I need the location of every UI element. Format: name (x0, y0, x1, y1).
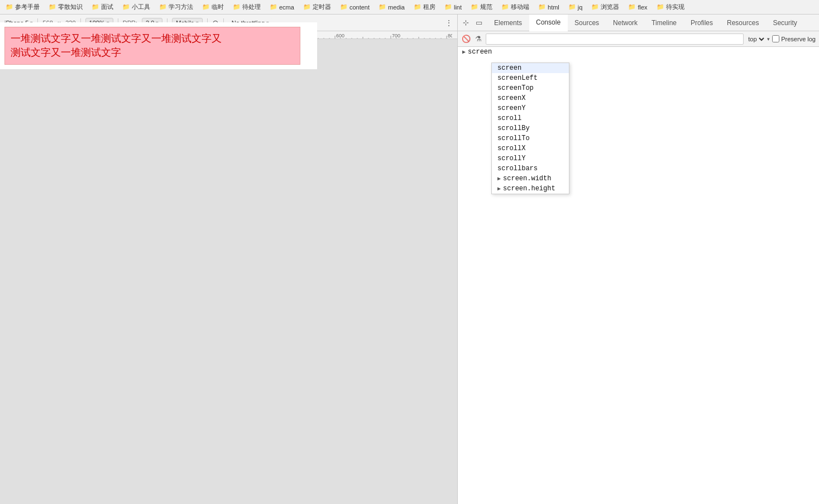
autocomplete-item[interactable]: scrollY (492, 153, 569, 164)
clear-console-button[interactable]: 🚫 (461, 34, 471, 44)
main-layout: iPhone 5 ▾ 568 × 320 100% ▾ DPR: 2.0 ▾ M… (0, 15, 819, 504)
bookmark-item[interactable]: 📁定时器 (300, 2, 334, 12)
bookmark-label: flex (638, 4, 647, 11)
folder-icon: 📁 (568, 3, 576, 11)
bookmark-item[interactable]: 📁规范 (467, 2, 496, 12)
inspect-icon[interactable]: ⊹ (460, 17, 472, 28)
bookmark-label: jq (578, 4, 583, 11)
console-screen-row[interactable]: ▶ screen (458, 47, 819, 57)
folder-icon: 📁 (202, 3, 210, 11)
bookmark-item[interactable]: 📁media (375, 2, 408, 12)
folder-icon: 📁 (591, 3, 599, 11)
autocomplete-item[interactable]: ▶screen.height (492, 184, 569, 194)
tree-triangle-icon[interactable]: ▶ (462, 49, 466, 55)
autocomplete-item[interactable]: screenY (492, 103, 569, 113)
preserve-log-checkbox[interactable] (772, 35, 779, 42)
autocomplete-item[interactable]: screen (492, 63, 569, 73)
bookmark-item[interactable]: 📁lint (441, 2, 465, 12)
tab-sources[interactable]: Sources (568, 15, 606, 31)
bookmark-label: 定时器 (313, 3, 331, 11)
autocomplete-text: scrollY (497, 155, 525, 162)
autocomplete-text: screen.height (503, 185, 555, 193)
bookmark-item[interactable]: 📁待实现 (653, 2, 688, 12)
autocomplete-text: scrollX (497, 145, 525, 152)
autocomplete-item[interactable]: scrollX (492, 143, 569, 153)
bookmark-label: ecma (279, 4, 294, 11)
console-filter-input-wrapper (486, 33, 744, 45)
autocomplete-text: screenY (497, 104, 525, 112)
folder-icon: 📁 (628, 3, 636, 11)
console-body[interactable]: ▶ screen screenscreenLeftscreenTopscreen… (458, 47, 819, 504)
bookmark-item[interactable]: 📁参考手册 (2, 2, 43, 12)
bookmark-label: 临时 (212, 3, 224, 11)
phone-screen: 一堆测试文字又一堆测试文字又一堆测试文字又 测试文字又一堆测试文字 (0, 22, 317, 69)
tab-console[interactable]: Console (529, 15, 568, 31)
folder-icon: 📁 (414, 3, 422, 11)
bookmarks-bar: 📁参考手册📁零散知识📁面试📁小工具📁学习方法📁临时📁待处理📁ecma📁定时器📁c… (0, 0, 819, 15)
device-mode-icon[interactable]: ▭ (473, 17, 485, 28)
folder-icon: 📁 (92, 3, 99, 11)
autocomplete-item[interactable]: screenX (492, 93, 569, 103)
autocomplete-item[interactable]: scrollbars (492, 164, 569, 174)
autocomplete-item[interactable]: scrollTo (492, 133, 569, 143)
bookmark-label: 待处理 (242, 3, 261, 11)
autocomplete-text: screenLeft (497, 74, 538, 82)
bookmark-item[interactable]: 📁面试 (88, 2, 117, 12)
autocomplete-text: scroll (497, 114, 521, 122)
filter-console-button[interactable]: ⚗ (473, 34, 483, 44)
bookmark-item[interactable]: 📁html (535, 2, 563, 12)
tab-resources[interactable]: Resources (720, 15, 766, 31)
context-select[interactable]: top (746, 35, 766, 43)
tab-network[interactable]: Network (606, 15, 645, 31)
folder-icon: 📁 (49, 3, 56, 11)
bookmark-item[interactable]: 📁ecma (266, 2, 298, 12)
folder-icon: 📁 (538, 3, 546, 11)
bookmark-item[interactable]: 📁小工具 (119, 2, 154, 12)
autocomplete-item[interactable]: screenLeft (492, 73, 569, 83)
autocomplete-text: scrollbars (497, 165, 538, 172)
bookmark-item[interactable]: 📁flex (625, 2, 650, 12)
bookmark-item[interactable]: 📁移动端 (498, 2, 533, 12)
text-line1: 一堆测试文字又一堆测试文字又一堆测试文字又 (11, 33, 222, 44)
context-select-wrapper[interactable]: top ▾ (746, 35, 770, 43)
devtools-tab-icons: ⊹ ▭ (458, 15, 487, 31)
bookmark-item[interactable]: 📁content (337, 2, 373, 12)
bookmark-label: lint (454, 4, 462, 11)
folder-icon: 📁 (122, 3, 130, 11)
autocomplete-item[interactable]: screenTop (492, 83, 569, 93)
folder-icon: 📁 (233, 3, 241, 11)
bookmark-item[interactable]: 📁待处理 (229, 2, 264, 12)
autocomplete-item[interactable]: ▶screen.width (492, 174, 569, 184)
more-options-icon[interactable]: ⋮ (445, 18, 453, 27)
devtools-tabs: ⊹ ▭ ElementsConsoleSourcesNetworkTimelin… (458, 15, 819, 31)
tab-security[interactable]: Security (766, 15, 804, 31)
tab-elements[interactable]: Elements (487, 15, 529, 31)
bookmark-label: 小工具 (132, 3, 150, 11)
bookmark-label: 移动端 (511, 3, 529, 11)
console-filter-input[interactable] (488, 36, 741, 42)
bookmark-item[interactable]: 📁学习方法 (156, 2, 197, 12)
folder-icon: 📁 (471, 3, 478, 11)
bookmark-item[interactable]: 📁租房 (410, 2, 439, 12)
folder-icon: 📁 (6, 3, 13, 11)
bookmark-item[interactable]: 📁零散知识 (45, 2, 86, 12)
bookmark-label: 浏览器 (601, 3, 619, 11)
bookmark-label: content (349, 4, 370, 11)
bookmark-item[interactable]: 📁jq (565, 2, 586, 12)
autocomplete-text: scrollTo (497, 135, 530, 142)
tab-timeline[interactable]: Timeline (645, 15, 684, 31)
text-content-box: 一堆测试文字又一堆测试文字又一堆测试文字又 测试文字又一堆测试文字 (4, 27, 300, 65)
autocomplete-text: screen (497, 64, 521, 72)
bookmark-item[interactable]: 📁浏览器 (588, 2, 622, 12)
autocomplete-item[interactable]: scroll (492, 113, 569, 123)
preserve-log-label[interactable]: Preserve log (772, 35, 816, 42)
bookmark-label: 零散知识 (58, 3, 83, 11)
bookmark-label: html (548, 4, 559, 11)
bookmark-item[interactable]: 📁临时 (199, 2, 227, 12)
bookmark-label: 规范 (480, 3, 492, 11)
phone-content: 一堆测试文字又一堆测试文字又一堆测试文字又 测试文字又一堆测试文字 (0, 22, 317, 69)
devtools-tabs-container: ElementsConsoleSourcesNetworkTimelinePro… (487, 15, 804, 31)
autocomplete-item[interactable]: scrollBy (492, 123, 569, 133)
context-chevron-icon: ▾ (767, 36, 770, 42)
tab-profiles[interactable]: Profiles (684, 15, 720, 31)
